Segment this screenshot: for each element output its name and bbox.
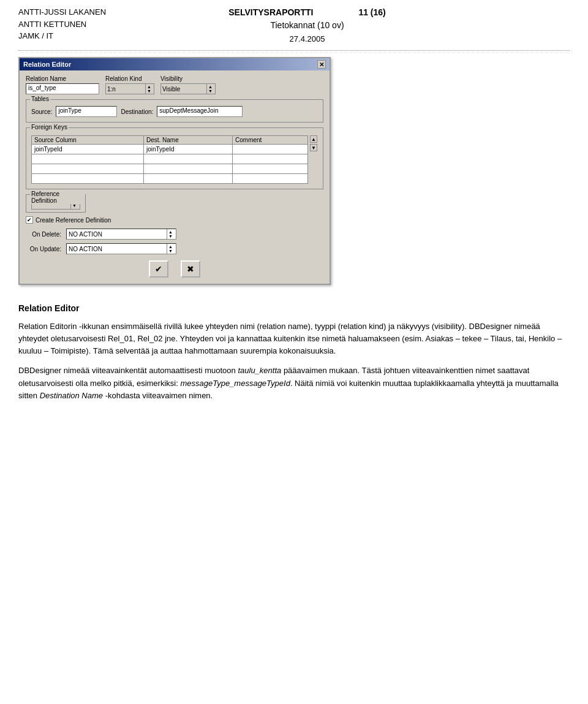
fk-scrollbar: ▲ ▼ bbox=[309, 134, 318, 184]
fk-table-inner: Source Column Dest. Name Comment joinTyp… bbox=[31, 134, 308, 184]
source-dest-row: Source: joinType Destination: supDeptMes… bbox=[31, 106, 318, 117]
on-delete-arrows: ▲▼ bbox=[167, 229, 174, 239]
section-title: Relation Editor bbox=[18, 303, 570, 313]
fk-cell-source-1: joinTypeId bbox=[32, 145, 144, 154]
source-label: Source: bbox=[31, 108, 52, 115]
foreign-keys-group: Foreign Keys Source Column Dest. Name Co… bbox=[26, 127, 323, 189]
on-update-label: On Update: bbox=[26, 246, 61, 252]
fk-cell-comment-1 bbox=[233, 145, 308, 154]
destination-input[interactable]: supDeptMessageJoin bbox=[157, 106, 243, 117]
cancel-button[interactable]: ✖ bbox=[181, 260, 200, 278]
fk-table: Source Column Dest. Name Comment joinTyp… bbox=[31, 135, 308, 184]
author-line2: ANTTI KETTUNEN bbox=[18, 18, 106, 31]
report-title: SELVITYSRAPORTTI 11 (16) bbox=[228, 6, 385, 19]
fk-col-comment: Comment bbox=[233, 136, 308, 145]
ref-def-group: Reference Definition ▲▼ bbox=[26, 194, 86, 213]
paragraph-2: DBDesigner nimeää viiteavainkentät autom… bbox=[18, 365, 570, 401]
fk-col-dest: Dest. Name bbox=[143, 136, 232, 145]
tables-group: Tables Source: joinType Destination: sup… bbox=[26, 99, 323, 123]
italic-destination-name: Destination Name bbox=[40, 391, 103, 400]
relation-kind-arrows: ▲▼ bbox=[145, 84, 153, 94]
report-subtitle: Tietokannat (10 ov) bbox=[228, 19, 385, 32]
relation-kind-group: Relation Kind 1:n ▲▼ bbox=[105, 75, 154, 94]
page-number: 11 (16) bbox=[358, 7, 385, 17]
create-ref-label: Create Reference Definition bbox=[36, 217, 111, 224]
relation-name-group: Relation Name is_of_type bbox=[26, 75, 99, 94]
dialog-titlebar: Relation Editor ✕ bbox=[20, 58, 330, 70]
visibility-label: Visibility bbox=[160, 75, 216, 82]
on-delete-row: On Delete: NO ACTION ▲▼ bbox=[26, 229, 323, 240]
on-delete-value: NO ACTION bbox=[69, 231, 102, 238]
on-update-value: NO ACTION bbox=[69, 246, 102, 252]
author-line1: ANTTI-JUSSI LAKANEN bbox=[18, 6, 106, 18]
visibility-select[interactable]: Visible ▲▼ bbox=[160, 83, 216, 94]
report-date: 27.4.2005 bbox=[228, 34, 385, 44]
scroll-down-button[interactable]: ▼ bbox=[310, 144, 317, 151]
main-content: Relation Editor Relation Editorin -ikkun… bbox=[0, 297, 588, 422]
on-update-row: On Update: NO ACTION ▲▼ bbox=[26, 243, 323, 254]
ok-button[interactable]: ✔ bbox=[149, 260, 168, 278]
italic-messagetype: messageType_messageTypeId bbox=[180, 379, 290, 388]
ref-def-row: Reference Definition ▲▼ bbox=[26, 194, 323, 213]
on-update-select[interactable]: NO ACTION ▲▼ bbox=[66, 243, 176, 254]
ref-def-title: Reference Definition bbox=[30, 191, 85, 204]
relation-kind-label: Relation Kind bbox=[105, 75, 154, 82]
visibility-arrows: ▲▼ bbox=[206, 84, 214, 94]
header-separator bbox=[18, 50, 570, 51]
header-left: ANTTI-JUSSI LAKANEN ANTTI KETTUNEN JAMK … bbox=[18, 6, 106, 44]
relation-name-input[interactable]: is_of_type bbox=[26, 83, 99, 94]
visibility-group: Visibility Visible ▲▼ bbox=[160, 75, 216, 94]
on-delete-select[interactable]: NO ACTION ▲▼ bbox=[66, 229, 176, 240]
tables-group-title: Tables bbox=[30, 96, 50, 102]
relation-kind-select[interactable]: 1:n ▲▼ bbox=[105, 83, 154, 94]
paragraph-1: Relation Editorin -ikkunan ensimmäisellä… bbox=[18, 320, 570, 357]
fk-row-4 bbox=[32, 174, 308, 184]
scroll-up-button[interactable]: ▲ bbox=[310, 135, 317, 143]
fk-row-2 bbox=[32, 154, 308, 164]
header-center: SELVITYSRAPORTTI 11 (16) Tietokannat (10… bbox=[228, 6, 385, 44]
source-input[interactable]: joinType bbox=[56, 106, 117, 117]
dialog-buttons: ✔ ✖ bbox=[26, 260, 323, 278]
dialog-screenshot-area: Relation Editor ✕ Relation Name is_of_ty… bbox=[0, 57, 588, 297]
fk-col-source: Source Column bbox=[32, 136, 144, 145]
create-ref-checkbox[interactable]: ✔ bbox=[26, 216, 33, 224]
fk-row-1[interactable]: joinTypeId joinTypeId bbox=[32, 145, 308, 154]
fk-row-3 bbox=[32, 164, 308, 174]
foreign-keys-content: Source Column Dest. Name Comment joinTyp… bbox=[31, 134, 318, 184]
dialog-body: Relation Name is_of_type Relation Kind 1… bbox=[20, 70, 330, 284]
fk-cell-dest-1: joinTypeId bbox=[143, 145, 232, 154]
destination-label: Destination: bbox=[121, 108, 153, 115]
tables-group-content: Source: joinType Destination: supDeptMes… bbox=[31, 106, 318, 117]
create-ref-row: ✔ Create Reference Definition bbox=[26, 216, 323, 224]
dialog-close-button[interactable]: ✕ bbox=[317, 60, 326, 69]
foreign-keys-title: Foreign Keys bbox=[30, 124, 69, 131]
fk-table-container: Source Column Dest. Name Comment joinTyp… bbox=[31, 134, 318, 184]
on-update-arrows: ▲▼ bbox=[167, 244, 174, 254]
form-row-1: Relation Name is_of_type Relation Kind 1… bbox=[26, 75, 323, 94]
on-delete-label: On Delete: bbox=[26, 231, 61, 238]
dialog-title: Relation Editor bbox=[23, 61, 71, 68]
relation-name-label: Relation Name bbox=[26, 75, 99, 82]
page-header: ANTTI-JUSSI LAKANEN ANTTI KETTUNEN JAMK … bbox=[0, 0, 588, 47]
author-line3: JAMK / IT bbox=[18, 30, 106, 42]
italic-taulu-kentta: taulu_kentta bbox=[238, 366, 281, 375]
relation-editor-dialog: Relation Editor ✕ Relation Name is_of_ty… bbox=[18, 57, 331, 285]
